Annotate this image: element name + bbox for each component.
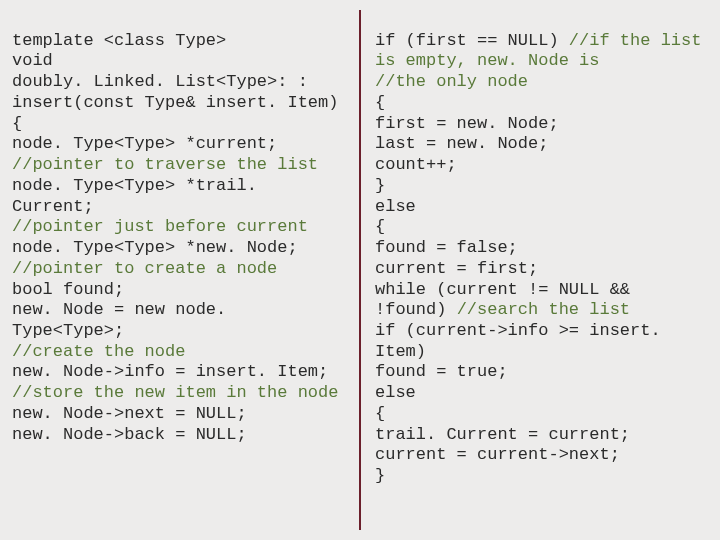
code-line: if (current->info >= insert. Item) — [375, 321, 671, 361]
code-line: found = false; — [375, 238, 518, 257]
code-slide: template <class Type> void doubly. Linke… — [0, 0, 720, 540]
code-line: } — [375, 466, 385, 485]
code-line: if (first == NULL) — [375, 31, 569, 50]
code-line: template <class Type> — [12, 31, 226, 50]
code-line: node. Type<Type> *new. Node; — [12, 238, 298, 257]
code-line: } — [375, 176, 385, 195]
code-line: first = new. Node; — [375, 114, 559, 133]
code-line: bool found; — [12, 280, 124, 299]
comment-line: //the only node — [375, 72, 528, 91]
right-column: if (first == NULL) //if the list is empt… — [361, 10, 712, 530]
code-line: found = true; — [375, 362, 508, 381]
code-line: { — [375, 404, 385, 423]
code-line: new. Node->info = insert. Item; — [12, 362, 328, 381]
code-line: { — [12, 114, 22, 133]
comment-line: //pointer to traverse the list — [12, 155, 318, 174]
code-line: current = current->next; — [375, 445, 620, 464]
code-line: node. Type<Type> *trail. Current; — [12, 176, 267, 216]
comment-line: //create the node — [12, 342, 185, 361]
comment-line: //pointer just before current — [12, 217, 308, 236]
code-line: { — [375, 93, 385, 112]
comment-inline: //search the list — [457, 300, 630, 319]
code-line: node. Type<Type> *current; — [12, 134, 277, 153]
code-line: else — [375, 383, 416, 402]
code-line: { — [375, 217, 385, 236]
code-line: new. Node->back = NULL; — [12, 425, 247, 444]
code-line: doubly. Linked. List<Type>: : insert(con… — [12, 72, 338, 112]
comment-line: //store the new item in the node — [12, 383, 338, 402]
code-line: current = first; — [375, 259, 538, 278]
code-line: trail. Current = current; — [375, 425, 630, 444]
code-line: new. Node->next = NULL; — [12, 404, 247, 423]
code-line: last = new. Node; — [375, 134, 548, 153]
comment-line: //pointer to create a node — [12, 259, 277, 278]
code-line: count++; — [375, 155, 457, 174]
code-line: new. Node = new node. Type<Type>; — [12, 300, 236, 340]
code-line: else — [375, 197, 416, 216]
code-line: void — [12, 51, 53, 70]
left-column: template <class Type> void doubly. Linke… — [8, 10, 359, 530]
